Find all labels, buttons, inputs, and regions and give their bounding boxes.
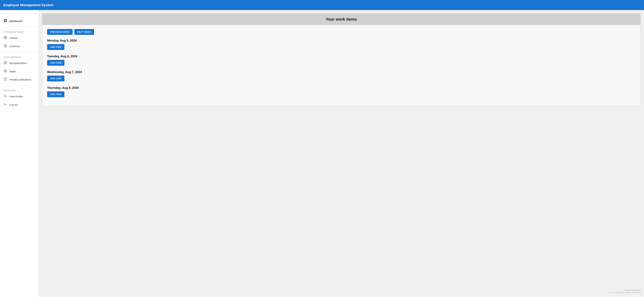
add-item-button-monday[interactable]: ADD ITEM: [47, 44, 64, 50]
top-header: Employee Management System: [0, 0, 644, 10]
sidebar-item-label-dashboard: Dashboard: [10, 20, 22, 22]
tracker-icon: [3, 36, 8, 40]
previous-week-button[interactable]: PREVIOUS WEEK: [47, 29, 72, 35]
svg-rect-14: [4, 78, 6, 80]
sidebar: ‹ Dashboard Performance Tracker: [0, 10, 38, 297]
chevron-left-icon: ‹: [35, 12, 36, 15]
sidebar-collapse-button[interactable]: ‹: [0, 10, 38, 17]
sidebar-item-log-out[interactable]: Log out: [0, 101, 38, 109]
week-navigation: PREVIOUS WEEK NEXT WEEK: [47, 29, 636, 35]
content-area: Your work items PREVIOUS WEEK NEXT WEEK …: [38, 10, 644, 297]
dashboard-icon: [3, 19, 8, 23]
sidebar-divider-3: [0, 85, 38, 85]
sidebar-item-summary[interactable]: Summary: [0, 42, 38, 50]
svg-rect-0: [4, 19, 5, 20]
app-title: Employee Management System: [3, 3, 54, 7]
sidebar-item-label-summary: Summary: [10, 45, 20, 48]
apply-icon: [3, 69, 8, 73]
my-applications-icon: [3, 61, 8, 65]
svg-point-5: [5, 37, 6, 38]
day-section-tuesday: Tuesday, Aug 6, 2024 ADD ITEM: [47, 55, 636, 66]
day-section-wednesday: Wednesday, Aug 7, 2024 ADD ITEM: [47, 70, 636, 81]
sidebar-item-label-view-profile: View Profile: [10, 95, 23, 98]
sidebar-item-view-profile[interactable]: View Profile: [0, 92, 38, 101]
profile-icon: [3, 94, 8, 99]
sidebar-item-label-tracker: Tracker: [10, 36, 18, 39]
sidebar-item-tracker[interactable]: Tracker: [0, 34, 38, 42]
sidebar-item-label-logout: Log out: [10, 103, 18, 106]
sidebar-item-apply[interactable]: Apply: [0, 67, 38, 75]
svg-point-17: [5, 95, 6, 96]
sidebar-item-pending-applications[interactable]: Pending Aplications: [0, 75, 38, 84]
sidebar-item-label-my-applications: My Applications: [10, 62, 27, 64]
sidebar-item-label-pending: Pending Aplications: [10, 78, 31, 81]
work-items-title: Your work items: [46, 17, 637, 22]
day-section-thursday: Thursday, Aug 8, 2024 ADD ITEM: [47, 86, 636, 97]
day-label-thursday: Thursday, Aug 8, 2024: [47, 86, 636, 90]
add-item-button-thursday[interactable]: ADD ITEM: [47, 91, 64, 97]
sidebar-divider-1: [0, 26, 38, 27]
day-label-wednesday: Wednesday, Aug 7, 2024: [47, 70, 636, 74]
next-week-button[interactable]: NEXT WEEK: [74, 29, 94, 35]
work-items-card: Your work items PREVIOUS WEEK NEXT WEEK …: [42, 13, 641, 106]
work-items-header: Your work items: [42, 13, 640, 25]
sidebar-section-performance: Performance Tracker: [0, 28, 38, 34]
summary-icon: [3, 44, 8, 48]
logout-icon: [3, 103, 8, 107]
sidebar-item-label-apply: Apply: [10, 70, 16, 73]
sidebar-item-dashboard[interactable]: Dashboard: [0, 17, 38, 25]
svg-rect-2: [4, 21, 5, 22]
pending-icon: [3, 77, 8, 82]
svg-rect-3: [6, 21, 7, 22]
day-label-monday: Monday, Aug 5, 2024: [47, 39, 636, 42]
main-layout: ‹ Dashboard Performance Tracker: [0, 10, 644, 297]
add-item-button-tuesday[interactable]: ADD ITEM: [47, 60, 64, 66]
svg-rect-1: [6, 19, 7, 20]
sidebar-item-my-applications[interactable]: My Applications: [0, 59, 38, 67]
sidebar-section-leave: Leave Applications: [0, 53, 38, 59]
add-item-button-wednesday[interactable]: ADD ITEM: [47, 76, 64, 81]
day-section-monday: Monday, Aug 5, 2024 ADD ITEM: [47, 39, 636, 50]
work-items-body: PREVIOUS WEEK NEXT WEEK Monday, Aug 5, 2…: [42, 25, 640, 106]
day-label-tuesday: Tuesday, Aug 6, 2024: [47, 55, 636, 58]
sidebar-section-account: Account Info: [0, 86, 38, 92]
